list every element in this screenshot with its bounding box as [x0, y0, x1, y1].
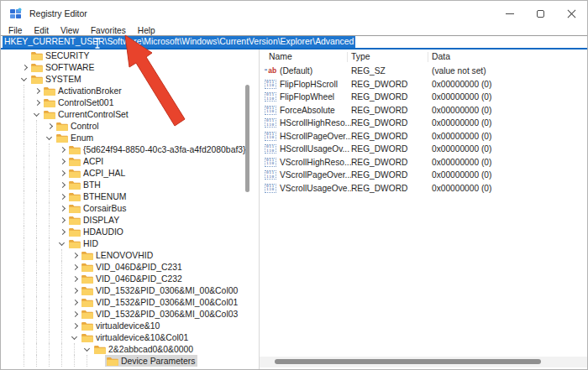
expander-collapsed-icon[interactable] [57, 190, 67, 202]
value-row[interactable]: 011110FlipFlopWheelREG_DWORD0x00000000 (… [260, 91, 587, 104]
expander-collapsed-icon[interactable] [70, 249, 80, 261]
menu-item-help[interactable]: Help [132, 26, 161, 35]
menu-item-edit[interactable]: Edit [28, 26, 55, 35]
values-horizontal-scrollbar[interactable] [260, 357, 587, 367]
tree-item-content[interactable]: Control [55, 120, 102, 132]
expander-collapsed-icon[interactable] [45, 120, 55, 132]
tree-item[interactable]: ControlSet001 [1, 96, 259, 108]
tree-item[interactable]: 2&2abbcad0&0&0000 [1, 343, 259, 355]
tree-item[interactable]: Enum [1, 132, 259, 143]
tree-item-content[interactable]: VID_046D&PID_C232 [80, 273, 185, 284]
tree-item[interactable]: ACPI_HAL [1, 167, 259, 179]
expander-collapsed-icon[interactable] [70, 308, 80, 320]
tree-item-content[interactable]: 2&2abbcad0&0&0000 [92, 343, 196, 355]
tree-item[interactable]: HDAUDIO [1, 226, 259, 237]
tree-item[interactable]: BTH [1, 179, 259, 190]
address-bar[interactable]: HKEY_CURRENT_USER\Software\Microsoft\Win… [1, 35, 587, 50]
value-row[interactable]: ab(Default)REG_SZ(value not set) [260, 65, 587, 78]
expander-collapsed-icon[interactable] [57, 226, 67, 237]
expander-collapsed-icon[interactable] [70, 284, 80, 296]
expander-expanded-icon[interactable] [70, 331, 80, 343]
values-horizontal-scrollbar-thumb[interactable] [275, 359, 541, 364]
tree-item-content[interactable]: VID_046D&PID_C231 [80, 261, 185, 273]
expander-collapsed-icon[interactable] [57, 155, 67, 167]
value-row[interactable]: 011110VScrollPageOver...REG_DWORD0x00000… [260, 169, 587, 182]
tree-item[interactable]: SYSTEM [1, 73, 259, 85]
minimize-button[interactable] [494, 1, 525, 26]
value-row[interactable]: 011110FlipFlopHScrollREG_DWORD0x00000000… [260, 78, 587, 91]
tree-item[interactable]: LENOVOVHID [1, 249, 259, 261]
tree-item[interactable]: SECURITY [1, 50, 259, 61]
value-row[interactable]: 011110HScrollHighReso...REG_DWORD0x00000… [260, 117, 587, 130]
tree-item[interactable]: VID_1532&PID_0306&MI_00&Col01 [1, 296, 259, 308]
menu-item-favorites[interactable]: Favorites [85, 26, 132, 35]
column-header-name[interactable]: Name [269, 52, 292, 61]
expander-collapsed-icon[interactable] [57, 214, 67, 226]
tree-item[interactable]: VID_046D&PID_C231 [1, 261, 259, 273]
tree-item-content[interactable]: SYSTEM [29, 73, 84, 85]
value-row[interactable]: 011110VScrollHighReso...REG_DWORD0x00000… [260, 156, 587, 169]
tree-item[interactable]: Device Parameters [1, 355, 259, 367]
tree-item[interactable]: {5d624f94-8850-40c3-a3fa-a4fd2080baf3} [1, 143, 259, 155]
expander-collapsed-icon[interactable] [70, 261, 80, 273]
tree-item-content[interactable]: virtualdevice&10 [80, 320, 162, 331]
tree-item[interactable]: ActivationBroker [1, 85, 259, 96]
expander-expanded-icon[interactable] [82, 343, 92, 355]
tree-item-content[interactable]: Device Parameters [105, 355, 197, 367]
tree-item-content[interactable]: LENOVOVHID [80, 249, 155, 261]
expander-collapsed-icon[interactable] [32, 96, 42, 108]
tree-item-content[interactable]: VID_1532&PID_0306&MI_00&Col03 [80, 308, 240, 320]
expander-expanded-icon[interactable] [32, 108, 42, 120]
tree-item-content[interactable]: VID_1532&PID_0306&MI_00&Col01 [80, 296, 240, 308]
tree-item-content[interactable]: VID_1532&PID_0306&MI_00&Col00 [80, 284, 240, 296]
expander-expanded-icon[interactable] [45, 132, 55, 143]
tree-item[interactable]: CorsairBus [1, 202, 259, 214]
tree-item[interactable]: SOFTWARE [1, 61, 259, 73]
column-header-data[interactable]: Data [432, 52, 450, 61]
expander-collapsed-icon[interactable] [70, 296, 80, 308]
tree-item[interactable]: HID [1, 237, 259, 249]
tree-vertical-scrollbar-thumb[interactable] [245, 85, 249, 192]
value-row[interactable]: 011110VScrollUsageOve...REG_DWORD0x00000… [260, 182, 587, 195]
tree-item[interactable]: BTHENUM [1, 190, 259, 202]
tree-item-content[interactable]: CurrentControlSet [42, 108, 131, 120]
value-row[interactable]: 011110HScrollUsageOv...REG_DWORD0x000000… [260, 143, 587, 156]
tree-item-content[interactable]: ACPI_HAL [67, 167, 128, 179]
expander-collapsed-icon[interactable] [19, 61, 29, 73]
column-separator[interactable] [428, 52, 428, 62]
expander-collapsed-icon[interactable] [32, 85, 42, 96]
tree-item-content[interactable]: DISPLAY [67, 214, 122, 226]
tree-item-content[interactable]: HID [67, 237, 101, 249]
expander-expanded-icon[interactable] [57, 237, 67, 249]
tree-item-content[interactable]: ACPI [67, 155, 106, 167]
tree-item-content[interactable]: SECURITY [29, 50, 92, 61]
expander-collapsed-icon[interactable] [57, 202, 67, 214]
value-row[interactable]: 011110HScrollPageOver...REG_DWORD0x00000… [260, 130, 587, 143]
expander-collapsed-icon[interactable] [57, 143, 67, 155]
tree-item[interactable]: VID_1532&PID_0306&MI_00&Col03 [1, 308, 259, 320]
column-header-type[interactable]: Type [351, 52, 370, 61]
tree-item-content[interactable]: ActivationBroker [42, 85, 124, 96]
tree-item[interactable]: Control [1, 120, 259, 132]
tree-item[interactable]: CurrentControlSet [1, 108, 259, 120]
tree-item[interactable]: VID_1532&PID_0306&MI_00&Col00 [1, 284, 259, 296]
tree-item-content[interactable]: ControlSet001 [42, 96, 116, 108]
value-row[interactable]: 011110ForceAbsoluteREG_DWORD0x00000000 (… [260, 104, 587, 117]
expander-collapsed-icon[interactable] [57, 167, 67, 179]
menu-item-view[interactable]: View [55, 26, 85, 35]
maximize-button[interactable] [525, 1, 556, 26]
tree-item-content[interactable]: BTHENUM [67, 190, 129, 202]
tree-item[interactable]: DISPLAY [1, 214, 259, 226]
expander-collapsed-icon[interactable] [57, 179, 67, 190]
tree-item[interactable]: virtualdevice&10 [1, 320, 259, 331]
expander-collapsed-icon[interactable] [70, 273, 80, 284]
column-separator[interactable] [347, 52, 348, 62]
tree-item[interactable]: VID_046D&PID_C232 [1, 273, 259, 284]
menu-item-file[interactable]: File [3, 26, 28, 35]
tree-item-content[interactable]: BTH [67, 179, 103, 190]
expander-expanded-icon[interactable] [19, 73, 29, 85]
tree-item[interactable]: ACPI [1, 155, 259, 167]
tree-item-content[interactable]: HDAUDIO [67, 226, 126, 237]
tree-item-content[interactable]: CorsairBus [67, 202, 129, 214]
expander-collapsed-icon[interactable] [70, 320, 80, 331]
